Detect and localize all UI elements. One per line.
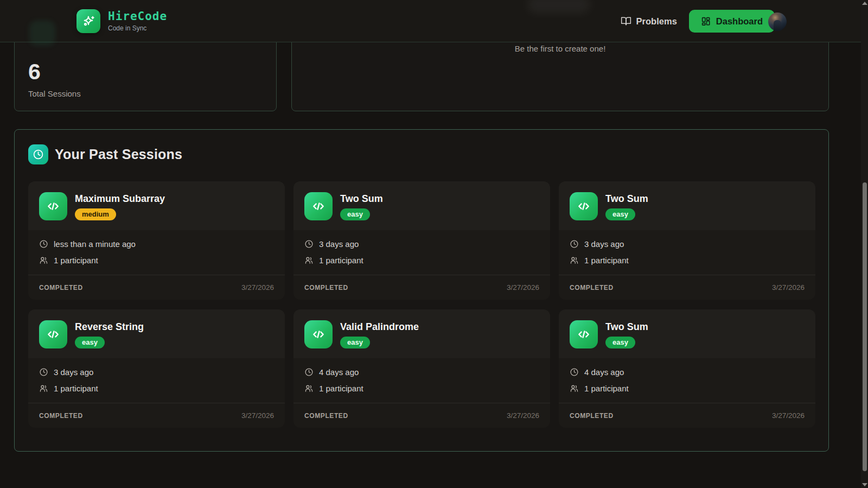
- session-participants: 1 participant: [54, 384, 98, 393]
- session-participants-row: 1 participant: [304, 256, 539, 265]
- app-logo[interactable]: HireCode Code in Sync: [76, 9, 167, 33]
- session-time-row: 3 days ago: [304, 239, 539, 249]
- session-card-body: less than a minute ago 1 participant: [28, 230, 285, 265]
- difficulty-badge: easy: [605, 337, 635, 348]
- empty-state-message: Be the first to create one!: [292, 44, 828, 53]
- session-card-header: Two Sum easy: [559, 181, 815, 230]
- scroll-down-arrow-icon[interactable]: [862, 483, 867, 486]
- session-title: Maximum Subarray: [75, 193, 165, 205]
- nav-problems-link[interactable]: Problems: [621, 16, 677, 27]
- session-time-row: less than a minute ago: [39, 239, 274, 249]
- book-open-icon: [621, 16, 631, 27]
- session-title: Two Sum: [340, 193, 383, 205]
- session-card-body: 3 days ago 1 participant: [559, 230, 815, 265]
- vertical-scrollbar[interactable]: [861, 0, 868, 488]
- past-sessions-title: Your Past Sessions: [55, 147, 182, 162]
- code-brackets-icon: [570, 320, 598, 348]
- session-card[interactable]: Two Sum easy 4 days ago: [559, 309, 815, 428]
- users-icon: [570, 384, 579, 393]
- session-card-footer: COMPLETED 3/27/2026: [559, 275, 815, 300]
- session-status-badge: COMPLETED: [39, 284, 83, 291]
- session-card-header: Reverse String easy: [28, 309, 285, 358]
- session-time-ago: less than a minute ago: [54, 239, 136, 249]
- session-title-block: Maximum Subarray medium: [75, 192, 165, 220]
- session-title-block: Two Sum easy: [605, 192, 648, 220]
- difficulty-badge: easy: [340, 337, 370, 348]
- difficulty-badge: easy: [75, 337, 105, 348]
- session-title-block: Two Sum easy: [340, 192, 383, 220]
- session-date: 3/27/2026: [772, 411, 805, 420]
- session-card-footer: COMPLETED 3/27/2026: [293, 275, 550, 300]
- users-icon: [39, 256, 48, 265]
- clock-icon: [28, 144, 48, 164]
- session-title: Two Sum: [605, 193, 648, 205]
- app-header: HireCode Code in Sync Problems: [0, 0, 868, 42]
- app-title: HireCode: [108, 10, 167, 22]
- page: 6 Total Sessions Be the first to create …: [0, 0, 868, 488]
- past-sessions-grid: Maximum Subarray medium less than a minu…: [28, 181, 816, 428]
- session-date: 3/27/2026: [241, 283, 274, 291]
- blurred-region: [527, 0, 590, 13]
- session-card-body: 3 days ago 1 participant: [28, 358, 285, 393]
- sparkle-icon: [76, 9, 100, 33]
- dashboard-button[interactable]: Dashboard: [689, 10, 775, 33]
- difficulty-badge: medium: [75, 208, 116, 220]
- scrollbar-thumb[interactable]: [863, 182, 867, 471]
- user-avatar[interactable]: [768, 12, 787, 31]
- session-card[interactable]: Maximum Subarray medium less than a minu…: [28, 181, 285, 300]
- session-participants: 1 participant: [319, 256, 363, 265]
- clock-icon: [304, 239, 314, 249]
- code-brackets-icon: [570, 192, 598, 220]
- session-date: 3/27/2026: [241, 411, 274, 420]
- session-card[interactable]: Reverse String easy 3 days ago: [28, 309, 285, 428]
- session-time-ago: 3 days ago: [319, 239, 359, 249]
- session-card[interactable]: Valid Palindrome easy 4 days ago: [293, 309, 550, 428]
- difficulty-badge: easy: [605, 208, 635, 220]
- session-time-ago: 4 days ago: [319, 367, 359, 377]
- code-brackets-icon: [304, 320, 333, 348]
- scroll-up-arrow-icon[interactable]: [862, 2, 867, 5]
- session-card[interactable]: Two Sum easy 3 days ago: [293, 181, 550, 300]
- session-card-body: 4 days ago 1 participant: [559, 358, 815, 393]
- session-title: Valid Palindrome: [340, 321, 419, 333]
- session-title: Reverse String: [75, 321, 144, 333]
- code-brackets-icon: [39, 320, 67, 348]
- session-card-body: 3 days ago 1 participant: [293, 230, 550, 265]
- session-card-header: Two Sum easy: [559, 309, 815, 358]
- users-icon: [304, 384, 314, 393]
- session-participants: 1 participant: [584, 384, 629, 393]
- session-status-badge: COMPLETED: [304, 412, 348, 420]
- session-status-badge: COMPLETED: [39, 412, 83, 420]
- total-sessions-value: 6: [28, 59, 41, 85]
- logo-text-block: HireCode Code in Sync: [108, 10, 167, 31]
- session-card-body: 4 days ago 1 participant: [293, 358, 550, 393]
- nav-problems-label: Problems: [636, 16, 677, 27]
- session-date: 3/27/2026: [772, 283, 805, 291]
- session-card-header: Two Sum easy: [293, 181, 550, 230]
- session-title-block: Reverse String easy: [75, 320, 144, 348]
- session-date: 3/27/2026: [507, 411, 539, 420]
- session-participants-row: 1 participant: [570, 256, 805, 265]
- session-time-ago: 4 days ago: [584, 367, 624, 377]
- users-icon: [304, 256, 314, 265]
- dashboard-button-label: Dashboard: [716, 16, 763, 27]
- app-subtitle: Code in Sync: [108, 24, 167, 32]
- session-time-row: 4 days ago: [304, 367, 539, 377]
- clock-icon: [304, 367, 314, 377]
- session-card-footer: COMPLETED 3/27/2026: [28, 403, 285, 428]
- layout-dashboard-icon: [701, 16, 711, 26]
- header-nav: Problems Dashboard: [621, 0, 775, 42]
- session-title-block: Valid Palindrome easy: [340, 320, 419, 348]
- clock-icon: [570, 239, 579, 249]
- session-status-badge: COMPLETED: [304, 284, 348, 291]
- clock-icon: [570, 367, 579, 377]
- clock-icon: [39, 367, 48, 377]
- session-card[interactable]: Two Sum easy 3 days ago: [559, 181, 815, 300]
- session-participants-row: 1 participant: [39, 384, 274, 393]
- session-participants: 1 participant: [584, 256, 629, 265]
- session-time-ago: 3 days ago: [584, 239, 624, 249]
- session-card-footer: COMPLETED 3/27/2026: [559, 403, 815, 428]
- session-status-badge: COMPLETED: [570, 412, 614, 420]
- session-time-ago: 3 days ago: [54, 367, 93, 377]
- total-sessions-label: Total Sessions: [28, 89, 81, 98]
